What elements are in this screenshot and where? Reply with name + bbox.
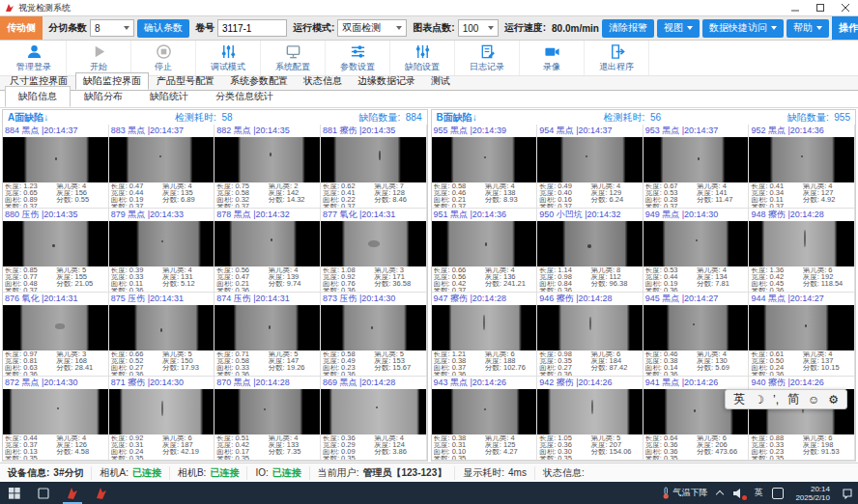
action-button-sliders-v2[interactable]: 缺陷设置 bbox=[390, 41, 455, 75]
detail-area: 面积: 0.33 bbox=[216, 365, 268, 372]
roll-number-input[interactable] bbox=[217, 19, 287, 37]
defect-cell[interactable]: 874 压伤 |20:14:31 长度: 0.71 宽度: 0.58 面积: 0… bbox=[214, 293, 321, 377]
defect-cell[interactable]: 876 氧化 |20:14:31 长度: 0.97 宽度: 0.81 面积: 0… bbox=[3, 293, 109, 377]
ime-night-icon[interactable]: ☽ bbox=[754, 393, 764, 406]
action-button-sliders-h[interactable]: 参数设置 bbox=[326, 41, 390, 75]
task-view-icon[interactable] bbox=[29, 482, 58, 504]
view-menu-button[interactable]: 视图 bbox=[657, 19, 700, 38]
close-icon[interactable] bbox=[833, 0, 858, 15]
data-quick-access-menu-button[interactable]: 数据快捷访问 bbox=[702, 19, 784, 38]
clear-alarm-button[interactable]: 清除报警 bbox=[602, 19, 654, 38]
defect-cell[interactable]: 882 黑点 |20:14:35 长度: 0.75 宽度: 0.58 面积: 0… bbox=[214, 125, 321, 209]
detail-class: 第几类: 4 bbox=[485, 183, 536, 190]
defect-image bbox=[109, 221, 214, 266]
confirm-count-button[interactable]: 确认条数 bbox=[137, 19, 189, 38]
detail-meter: 米数: 0.35 bbox=[111, 456, 162, 460]
tab-5[interactable]: 边缘数据记录 bbox=[350, 72, 423, 90]
ime-settings-icon[interactable]: ⚙ bbox=[828, 393, 839, 406]
subtab-1[interactable]: 缺陷分布 bbox=[71, 86, 136, 107]
defect-cell[interactable]: 871 擦伤 |20:14:30 长度: 0.92 宽度: 0.31 面积: 0… bbox=[109, 377, 215, 461]
defect-cell[interactable]: 942 擦伤 |20:14:26 长度: 1.05 宽度: 0.36 面积: 0… bbox=[537, 377, 644, 461]
slit-count-select[interactable]: 8 bbox=[90, 19, 134, 37]
monitor-icon bbox=[285, 43, 301, 60]
ime-mode-icon[interactable] bbox=[767, 482, 788, 504]
action-button-sliders-v[interactable]: 调试模式 bbox=[196, 41, 261, 75]
defect-cell[interactable]: 953 黑点 |20:14:37 长度: 0.67 宽度: 0.53 面积: 0… bbox=[644, 125, 750, 209]
defect-cell[interactable]: 881 擦伤 |20:14:35 长度: 0.62 宽度: 0.41 面积: 0… bbox=[321, 125, 427, 209]
drive-side-button[interactable]: 传动侧 bbox=[0, 15, 43, 41]
tray-expand-chevron-icon[interactable] bbox=[712, 482, 728, 504]
defect-cell[interactable]: 879 黑点 |20:14:33 长度: 0.39 宽度: 0.33 面积: 0… bbox=[109, 209, 215, 293]
start-button[interactable] bbox=[0, 482, 29, 504]
defect-cell[interactable]: 949 黑点 |20:14:30 长度: 0.53 宽度: 0.44 面积: 0… bbox=[644, 209, 750, 293]
detail-class: 第几类: 4 bbox=[269, 435, 320, 442]
volume-icon[interactable] bbox=[728, 482, 749, 504]
taskbar-app-inspection-1[interactable] bbox=[58, 482, 87, 504]
ime-lang-toggle[interactable]: 英 bbox=[733, 391, 745, 407]
defect-image bbox=[644, 221, 749, 266]
tab-4[interactable]: 状态信息 bbox=[296, 72, 350, 90]
subtab-2[interactable]: 缺陷统计 bbox=[136, 86, 202, 107]
defect-cell[interactable]: 950 小凹坑 |20:14:32 长度: 1.14 宽度: 0.98 面积: … bbox=[537, 209, 644, 293]
defect-cell[interactable]: 951 黑点 |20:14:36 长度: 0.66 宽度: 0.56 面积: 0… bbox=[432, 209, 538, 293]
defect-cell[interactable]: 952 黑点 |20:14:36 长度: 0.41 宽度: 0.34 面积: 0… bbox=[749, 125, 855, 209]
help-menu-button[interactable]: 帮助 bbox=[786, 19, 829, 38]
weather-widget[interactable]: 气温下降 bbox=[657, 482, 712, 504]
defect-cell[interactable]: 947 擦伤 |20:14:28 长度: 1.21 宽度: 0.38 面积: 0… bbox=[432, 293, 538, 377]
subtab-0[interactable]: 缺陷信息 bbox=[5, 86, 71, 107]
detail-meter: 米数: 0.36 bbox=[751, 288, 802, 292]
minimize-icon[interactable] bbox=[783, 0, 808, 15]
defect-mark bbox=[52, 244, 55, 247]
defect-cell[interactable]: 948 擦伤 |20:14:28 长度: 1.36 宽度: 0.42 面积: 0… bbox=[749, 209, 855, 293]
ime-punctuation-toggle[interactable]: ’, bbox=[773, 393, 779, 406]
defect-cell[interactable]: 869 黑点 |20:14:28 长度: 0.36 宽度: 0.29 面积: 0… bbox=[321, 377, 427, 461]
action-button-camera[interactable]: 录像 bbox=[520, 41, 585, 75]
detail-area: 面积: 0.28 bbox=[645, 197, 697, 204]
taskbar-app-inspection-2[interactable] bbox=[87, 482, 116, 504]
defect-cell[interactable]: 946 擦伤 |20:14:28 长度: 0.98 宽度: 0.35 面积: 0… bbox=[537, 293, 644, 377]
defect-cell[interactable]: 880 压伤 |20:14:35 长度: 0.85 宽度: 0.77 面积: 0… bbox=[3, 209, 109, 293]
chart-points-select[interactable]: 100 bbox=[458, 19, 499, 37]
defect-cell[interactable]: 875 压伤 |20:14:31 长度: 0.66 宽度: 0.52 面积: 0… bbox=[109, 293, 215, 377]
defect-cell[interactable]: 877 氧化 |20:14:31 长度: 1.08 宽度: 0.92 面积: 0… bbox=[321, 209, 427, 293]
ime-simplified-toggle[interactable]: 简 bbox=[787, 391, 799, 407]
defect-cell[interactable]: 945 黑点 |20:14:27 长度: 0.46 宽度: 0.38 面积: 0… bbox=[644, 293, 750, 377]
action-button-stop[interactable]: 停止 bbox=[131, 41, 196, 75]
defect-cell[interactable]: 872 黑点 |20:14:30 长度: 0.44 宽度: 0.37 面积: 0… bbox=[3, 377, 109, 461]
defect-cell[interactable]: 884 黑点 |20:14:37 长度: 1.23 宽度: 0.65 面积: 0… bbox=[3, 125, 109, 209]
device-info-value: 3#分切 bbox=[53, 466, 83, 480]
detail-length: 长度: 0.39 bbox=[111, 267, 162, 274]
defect-cell[interactable]: 878 黑点 |20:14:32 长度: 0.56 宽度: 0.47 面积: 0… bbox=[214, 209, 321, 293]
defect-cell[interactable]: 954 黑点 |20:14:37 长度: 0.49 宽度: 0.40 面积: 0… bbox=[537, 125, 644, 209]
ime-emoji-icon[interactable]: ☺ bbox=[808, 393, 819, 406]
action-label: 日志记录 bbox=[470, 61, 504, 73]
action-button-monitor[interactable]: 系统配置 bbox=[261, 41, 326, 75]
action-center-icon[interactable] bbox=[837, 482, 858, 504]
detail-length: 长度: 0.53 bbox=[645, 267, 697, 274]
subtab-3[interactable]: 分类信息统计 bbox=[202, 86, 287, 107]
defect-mark bbox=[270, 153, 272, 156]
run-mode-select[interactable]: 双面检测 bbox=[337, 19, 407, 37]
defect-cell[interactable]: 944 黑点 |20:14:27 长度: 0.61 宽度: 0.50 面积: 0… bbox=[749, 293, 855, 377]
detail-score: 分数: 11.47 bbox=[697, 197, 748, 204]
detail-area: 面积: 0.48 bbox=[5, 281, 56, 288]
device-info-label: 设备信息: bbox=[8, 466, 49, 480]
maximize-icon[interactable] bbox=[808, 0, 833, 15]
tab-6[interactable]: 测试 bbox=[423, 72, 458, 90]
action-button-play[interactable]: 开始 bbox=[67, 41, 131, 75]
defect-cell[interactable]: 943 黑点 |20:14:26 长度: 0.38 宽度: 0.31 面积: 0… bbox=[432, 377, 538, 461]
clock[interactable]: 20:14 2025/2/10 bbox=[788, 485, 837, 502]
operate-side-button[interactable]: 操作侧 bbox=[832, 15, 858, 41]
input-language-indicator[interactable]: 英 bbox=[749, 482, 767, 504]
defect-cell[interactable]: 883 黑点 |20:14:37 长度: 0.47 宽度: 0.44 面积: 0… bbox=[109, 125, 215, 209]
defect-cell[interactable]: 955 黑点 |20:14:39 长度: 0.58 宽度: 0.46 面积: 0… bbox=[432, 125, 538, 209]
detail-gray: 灰度: 153 bbox=[374, 358, 425, 365]
action-button-user[interactable]: 管理登录 bbox=[2, 41, 67, 75]
defect-details: 长度: 0.98 宽度: 0.35 面积: 0.27 米数: 0.36 第几类:… bbox=[537, 350, 643, 376]
defect-cell[interactable]: 870 黑点 |20:14:28 长度: 0.51 宽度: 0.42 面积: 0… bbox=[214, 377, 321, 461]
action-button-exit[interactable]: 退出程序 bbox=[585, 41, 649, 75]
detail-width: 宽度: 0.33 bbox=[111, 274, 162, 281]
action-button-log[interactable]: 日志记录 bbox=[455, 41, 520, 75]
defect-image bbox=[3, 305, 108, 350]
defect-cell[interactable]: 873 压伤 |20:14:30 长度: 0.58 宽度: 0.49 面积: 0… bbox=[321, 293, 427, 377]
